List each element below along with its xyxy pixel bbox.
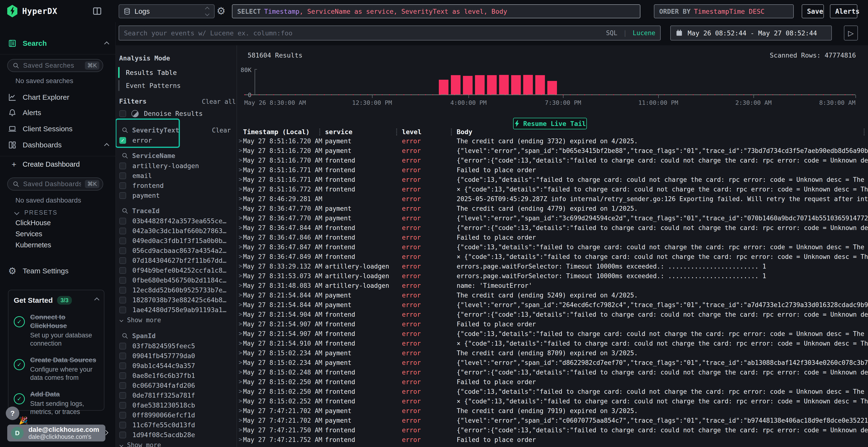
col-timestamp[interactable]: Timestamp (Local) (243, 128, 310, 136)
log-row[interactable]: >May 27 8:15:02.234 AMpaymenterror{"leve… (237, 358, 868, 368)
checkbox[interactable] (119, 402, 126, 409)
log-row[interactable]: >May 27 8:51:16.720 AMpaymenterror{"leve… (237, 146, 868, 156)
show-more-link[interactable]: Show more (116, 440, 237, 447)
filter-option[interactable]: 049ed0ac3fdb1f3f15a0b0b… (116, 236, 237, 246)
column-resize-handle[interactable] (319, 129, 320, 135)
histogram-bar[interactable] (511, 75, 521, 95)
chevron-up-icon[interactable] (105, 39, 108, 47)
checkbox[interactable] (119, 277, 126, 284)
log-row[interactable]: >May 27 8:51:16.771 AMfrontenderror{"cod… (237, 175, 868, 184)
filter-option[interactable]: frontend (116, 181, 237, 191)
filter-option[interactable]: 0ae8e1f6c6b37fb1 (116, 371, 237, 381)
checkbox[interactable] (119, 372, 126, 379)
checkbox[interactable] (119, 247, 126, 254)
checkbox[interactable] (119, 287, 126, 294)
filter-option[interactable]: 0c0667304fafd206 (116, 381, 237, 390)
get-started-item[interactable]: ✓Connect to ClickHouseSet up your databa… (14, 313, 99, 347)
source-select[interactable]: Logs (119, 4, 215, 18)
saved-searches-input[interactable] (23, 62, 81, 69)
filter-option[interactable]: error (116, 135, 237, 145)
chevron-up-icon[interactable] (105, 141, 108, 149)
column-resize-handle[interactable] (864, 129, 865, 135)
order-by-input[interactable]: ORDER BY TimestampTime DESC (654, 4, 794, 18)
column-resize-handle[interactable] (451, 129, 452, 135)
checkbox[interactable] (119, 192, 126, 199)
filter-option[interactable]: 07d184304627bf2f11b67dd… (116, 255, 237, 265)
log-row[interactable]: >May 27 8:36:47.770 AMpaymenterror{"leve… (237, 213, 868, 223)
filter-option[interactable]: artillery-loadgen (116, 161, 237, 171)
log-row[interactable]: >May 27 8:36:47.846 AMfrontenderrorFaile… (237, 233, 868, 242)
alerts-button[interactable]: Alerts (830, 4, 858, 18)
log-row[interactable]: >May 27 8:21:54.844 AMpaymenterrorThe cr… (237, 290, 868, 300)
sidebar-item-alerts[interactable]: Alerts (0, 106, 116, 119)
checkbox[interactable] (119, 137, 126, 144)
log-row[interactable]: >May 27 8:36:47.844 AMfrontenderror{"err… (237, 223, 868, 233)
checkbox[interactable] (119, 353, 126, 359)
saved-dashboards-input[interactable] (23, 180, 81, 188)
col-body[interactable]: Body (457, 128, 472, 136)
checkbox[interactable] (119, 432, 126, 438)
log-row[interactable]: >May 27 8:15:02.234 AMpaymenterrorThe cr… (237, 348, 868, 358)
histogram-bar[interactable] (451, 75, 461, 95)
get-started-item[interactable]: ✓Create Data SourcesConfigure where your… (14, 356, 99, 382)
checkbox[interactable] (119, 238, 126, 244)
checkbox[interactable] (119, 392, 126, 399)
col-level[interactable]: level (402, 128, 422, 136)
histogram-bar[interactable] (487, 75, 497, 95)
log-row[interactable]: >May 27 8:15:02.252 AMfrontenderror× {"c… (237, 397, 868, 406)
user-menu[interactable]: D dale@clickhouse.com dale@clickhouse.co… (7, 424, 105, 442)
source-settings-gear-icon[interactable]: ⚙ (217, 5, 226, 17)
mode-results-table[interactable]: Results Table (118, 67, 177, 78)
sidebar-item-team-settings[interactable]: ⚙ Team Settings (0, 264, 116, 278)
sidebar-item-client-sessions[interactable]: Client Sessions (0, 122, 116, 136)
resume-live-tail-button[interactable]: Resume Live Tail (513, 118, 587, 129)
histogram-bar[interactable] (523, 75, 533, 95)
checkbox[interactable] (119, 382, 126, 389)
histogram-bar[interactable] (475, 75, 485, 95)
chevron-up-icon[interactable] (95, 298, 99, 303)
preset-kubernetes[interactable]: Kubernetes (16, 241, 51, 249)
log-row[interactable]: >May 27 8:51:16.770 AMfrontenderror{"err… (237, 156, 868, 165)
checkbox[interactable] (119, 228, 126, 234)
create-dashboard-button[interactable]: + Create Dashboard (0, 158, 116, 171)
filter-option[interactable]: 03f7b824595feec5 (116, 341, 237, 351)
log-row[interactable]: >May 27 7:47:21.702 AMpaymenterrorThe cr… (237, 406, 868, 416)
log-row[interactable]: >May 27 8:31:53.073 AMartillery-loadgene… (237, 271, 868, 281)
filter-option[interactable]: 12ec8dd52b60b9525733b7e… (116, 285, 237, 295)
get-started-item[interactable]: ✓Add DataStart sending logs, metrics, or… (14, 390, 99, 416)
histogram-bar[interactable] (547, 81, 557, 95)
event-search-bar[interactable]: SQL|Lucene (119, 26, 661, 40)
filter-option[interactable]: 0ff8990066efcf1d (116, 410, 237, 420)
filter-option[interactable]: 0de781ff325a781f (116, 390, 237, 400)
checkbox[interactable] (119, 257, 126, 264)
filter-option[interactable]: 18287038b73e882425c64b8… (116, 295, 237, 305)
log-row[interactable]: >May 27 8:15:02.250 AMfrontenderror{"cod… (237, 387, 868, 397)
checkbox[interactable] (119, 172, 126, 179)
checkbox[interactable] (119, 218, 126, 225)
log-row[interactable]: >May 27 8:46:29.281 AMerror2025-05-26T09… (237, 194, 868, 204)
filter-option[interactable]: 0fbe680eb456750b2d1184c… (116, 275, 237, 285)
filter-option[interactable]: 0f94b9befe0b4252ccfa1c8… (116, 265, 237, 275)
histogram-bar[interactable] (463, 76, 472, 95)
presets-toggle[interactable]: PRESETS (15, 209, 58, 216)
filter-option[interactable]: 0fae5381230518cb (116, 400, 237, 410)
log-row[interactable]: >May 27 8:36:47.849 AMfrontenderror× {"c… (237, 252, 868, 262)
log-row[interactable]: >May 27 8:31:48.083 AMartillery-loadgene… (237, 281, 868, 290)
log-row[interactable]: >May 27 7:47:21.752 AMfrontenderrorFaile… (237, 435, 868, 445)
checkbox[interactable] (119, 343, 126, 349)
log-row[interactable]: >May 27 8:33:29.132 AMartillery-loadgene… (237, 262, 868, 271)
sidebar-item-search[interactable]: Search (0, 37, 116, 50)
filter-option[interactable]: 056cd9acbaac8637a4354a2… (116, 246, 237, 255)
date-range-picker[interactable]: May 26 08:52:44 - May 27 08:52:44 (670, 26, 832, 40)
checkbox[interactable] (119, 307, 126, 313)
help-button[interactable]: ? (6, 407, 19, 420)
log-row[interactable]: >May 27 8:15:02.250 AMfrontenderrorFaile… (237, 377, 868, 387)
checkbox[interactable] (119, 422, 126, 428)
checkbox[interactable] (119, 110, 126, 117)
log-row[interactable]: >May 27 8:21:54.844 AMpaymenterror{"leve… (237, 300, 868, 310)
checkbox[interactable] (119, 182, 126, 189)
show-more-link[interactable]: Show more (116, 315, 237, 325)
filter-option[interactable]: 03b44828f42a3573ea655ce… (116, 216, 237, 226)
filter-option[interactable]: 11c67fe55c0d13fd (116, 420, 237, 430)
clear-all-filters-link[interactable]: Clear all (202, 98, 236, 105)
